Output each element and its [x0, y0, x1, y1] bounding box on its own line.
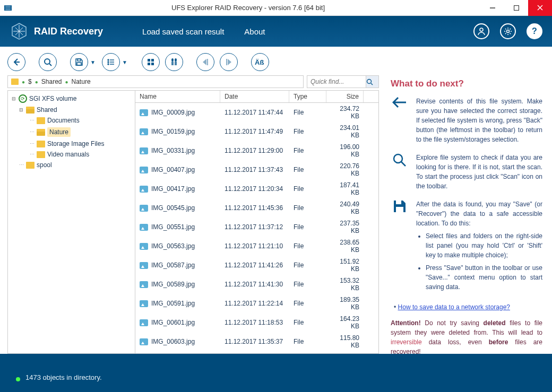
info-title: What to do next?: [391, 79, 542, 89]
file-row[interactable]: IMG_00159.jpg11.12.2017 11:47:49File234.…: [135, 122, 378, 141]
file-row[interactable]: IMG_00551.jpg11.12.2017 11:37:12File237.…: [135, 217, 378, 237]
app-title: RAID Recovery: [34, 26, 103, 37]
info-scan: Explore file system to check if data you…: [391, 153, 542, 191]
arrow-left-icon: [391, 97, 409, 144]
status-bar: 1473 objects in directory.: [0, 354, 552, 392]
save-icon: [391, 199, 409, 295]
svg-rect-24: [396, 207, 403, 212]
tree-volume[interactable]: ⊟ ⟳ SGI XFS volume: [8, 93, 135, 104]
file-row[interactable]: IMG_00417.jpg11.12.2017 11:20:34File187.…: [135, 179, 378, 198]
svg-point-6: [45, 59, 50, 64]
quick-find: [307, 75, 379, 88]
svg-rect-8: [77, 63, 81, 65]
bullet-icon: ●: [35, 79, 38, 85]
image-file-icon: [140, 205, 148, 212]
folder-icon: [37, 117, 45, 124]
help-button[interactable]: ?: [527, 23, 542, 39]
settings-button[interactable]: [500, 23, 516, 39]
magnify-icon: [391, 153, 409, 191]
image-file-icon: [140, 147, 148, 154]
list-mode-dropdown[interactable]: ▼: [121, 59, 128, 65]
info-back: Revise contents of this file system. Mak…: [391, 97, 542, 144]
save-button[interactable]: [70, 53, 88, 71]
col-name[interactable]: Name: [135, 91, 220, 102]
svg-point-4: [480, 28, 483, 31]
menu-about[interactable]: About: [237, 24, 272, 39]
status-text: 1473 objects in directory.: [25, 373, 102, 381]
breadcrumb[interactable]: ● $ ● Shared ● Nature: [7, 75, 304, 88]
file-row[interactable]: IMG_00545.jpg11.12.2017 11:45:36File240.…: [135, 198, 378, 217]
grid-view-button[interactable]: [142, 53, 160, 71]
crumb-shared: Shared: [41, 78, 62, 85]
svg-rect-13: [151, 59, 154, 62]
col-size[interactable]: Size: [326, 91, 364, 102]
folder-icon: [26, 107, 34, 114]
svg-rect-18: [207, 59, 208, 65]
back-button[interactable]: [7, 53, 25, 71]
file-row[interactable]: IMG_00331.jpg11.12.2017 11:29:00File196.…: [135, 141, 378, 160]
menu-load-scan[interactable]: Load saved scan result: [135, 24, 231, 39]
image-file-icon: [140, 109, 148, 116]
file-list: Name Date Type Size IMG_00009.jpg11.12.2…: [135, 91, 378, 353]
user-button[interactable]: [473, 23, 489, 39]
image-file-icon: [140, 128, 148, 135]
status-indicator-icon: [16, 377, 20, 381]
folder-icon: [26, 162, 34, 169]
tree-storage-image[interactable]: ⋯ Storage Image Files: [8, 138, 135, 149]
svg-rect-12: [148, 59, 150, 62]
title-bar: UFS Explorer RAID Recovery - version 7.6…: [0, 0, 552, 16]
folder-icon: [37, 129, 45, 136]
list-header: Name Date Type Size: [135, 91, 378, 103]
app-icon: [0, 0, 16, 16]
file-explorer: ⊟ ⟳ SGI XFS volume ⊟ Shared ⋯ Documents: [7, 90, 379, 354]
file-row[interactable]: IMG_00603.jpg11.12.2017 11:35:37File115.…: [135, 332, 378, 351]
file-row[interactable]: IMG_00617.JPG11.12.2017 11:30:35File221.…: [135, 351, 378, 353]
svg-point-16: [171, 58, 174, 62]
file-row[interactable]: IMG_00591.jpg11.12.2017 11:22:14File189.…: [135, 294, 378, 313]
file-row[interactable]: IMG_00589.jpg11.12.2017 11:41:30File153.…: [135, 275, 378, 294]
svg-point-11: [108, 64, 109, 65]
tree-shared[interactable]: ⊟ Shared: [8, 104, 135, 115]
svg-rect-2: [514, 5, 519, 10]
svg-point-17: [175, 58, 177, 62]
tree-spool[interactable]: ⋯ spool: [8, 160, 135, 170]
image-file-icon: [140, 262, 148, 269]
svg-text:Äß: Äß: [255, 58, 264, 66]
volume-icon: ⟳: [19, 94, 27, 103]
scan-button[interactable]: [39, 53, 57, 71]
next-button[interactable]: [220, 53, 238, 71]
info-link-network[interactable]: How to save data to a network storage?: [398, 303, 510, 311]
folder-icon: [37, 151, 45, 158]
find-button[interactable]: [165, 53, 183, 71]
tree-nature[interactable]: ⋯ Nature: [8, 126, 135, 138]
quick-find-button[interactable]: [366, 76, 378, 88]
maximize-button[interactable]: [504, 0, 528, 16]
quick-find-input[interactable]: [307, 76, 366, 88]
file-row[interactable]: IMG_00587.jpg11.12.2017 11:41:26File151.…: [135, 256, 378, 275]
tree-video-manuals[interactable]: ⋯ Video manuals: [8, 149, 135, 160]
close-button[interactable]: [528, 0, 552, 16]
folder-tree[interactable]: ⊟ ⟳ SGI XFS volume ⊟ Shared ⋯ Documents: [8, 91, 135, 353]
col-date[interactable]: Date: [220, 91, 289, 102]
list-mode-button[interactable]: [102, 53, 120, 71]
minimize-button[interactable]: [480, 0, 504, 16]
col-type[interactable]: Type: [289, 91, 326, 102]
file-list-body[interactable]: IMG_00009.jpg11.12.2017 11:47:44File234.…: [135, 103, 378, 353]
svg-point-5: [507, 30, 510, 33]
save-dropdown[interactable]: ▼: [89, 59, 97, 65]
image-file-icon: [140, 224, 148, 231]
svg-point-10: [108, 62, 109, 63]
window-title: UFS Explorer RAID Recovery - version 7.6…: [16, 4, 480, 12]
crumb-deleted: $: [28, 78, 32, 85]
logo-icon: [10, 22, 29, 41]
tree-documents[interactable]: ⋯ Documents: [8, 115, 135, 126]
svg-rect-7: [77, 59, 81, 61]
file-row[interactable]: IMG_00009.jpg11.12.2017 11:47:44File234.…: [135, 103, 378, 122]
file-row[interactable]: IMG_00407.jpg11.12.2017 11:37:43File220.…: [135, 160, 378, 179]
prev-button[interactable]: [196, 53, 214, 71]
file-row[interactable]: IMG_00563.jpg11.12.2017 11:21:10File238.…: [135, 237, 378, 256]
breadcrumb-row: ● $ ● Shared ● Nature: [7, 75, 379, 88]
content-area: ▼ ▼ Äß: [0, 47, 552, 354]
file-row[interactable]: IMG_00601.jpg11.12.2017 11:18:53File164.…: [135, 313, 378, 332]
encoding-button[interactable]: Äß: [251, 53, 269, 71]
